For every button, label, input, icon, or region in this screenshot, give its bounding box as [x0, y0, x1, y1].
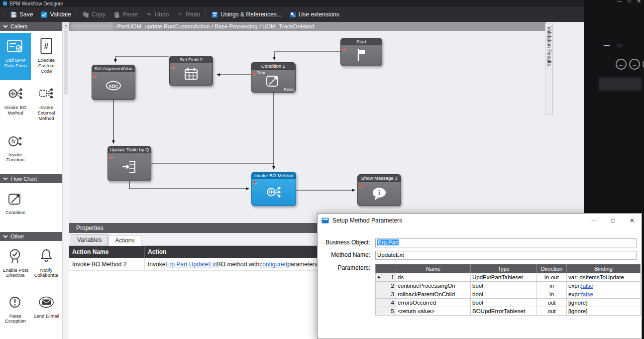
sidebar-section-header-callers[interactable]: Callers	[0, 22, 62, 31]
sidebar-section-header-other[interactable]: Other	[0, 232, 62, 241]
sidebar-section-header-flow-chart[interactable]: Flow Chart	[0, 174, 62, 183]
field-business-object[interactable]: Erp.Part	[375, 238, 637, 247]
node-set-field-2[interactable]: Set Field 2+	[169, 56, 213, 86]
redacted-text	[71, 23, 114, 29]
add-connection-icon[interactable]: +	[253, 180, 257, 186]
sidebar-item-invoke-external-method[interactable]: Invoke External Method	[31, 80, 62, 127]
window-titlebar[interactable]: BPM Workflow Designer	[0, 0, 584, 7]
background-maximize-icon[interactable]: □	[618, 42, 621, 49]
toolbar-button-use-extensions[interactable]: Use extensions	[286, 9, 343, 20]
add-connection-icon[interactable]: +	[109, 154, 113, 160]
grid-row[interactable]: ▶1dsUpdExtPartTablesetin-outvar: dsItems…	[376, 273, 641, 282]
row-selector-cell	[376, 307, 383, 316]
binding-link[interactable]: false	[581, 283, 593, 289]
grid-row[interactable]: 2continueProcessingOnboolinexpr:false	[376, 282, 641, 290]
background-minimize-icon[interactable]: —	[617, 0, 622, 3]
scroll-up-arrow-icon[interactable]: ▲	[63, 22, 69, 29]
node-update-table-by-q[interactable]: Update Table by Q+	[107, 146, 151, 181]
toolbar-button-redo[interactable]: Redo	[173, 9, 204, 20]
invoke-bo-method-icon	[265, 183, 283, 201]
info-bubble-icon: i	[371, 185, 388, 202]
flow-area: Start+Condition 1+TrueFalseSet Field 2+S…	[69, 31, 584, 223]
background-close-icon[interactable]: ✕	[637, 0, 641, 3]
grid-row[interactable]: 3rollbackParentOnChildboolinexpr:false	[376, 290, 641, 299]
node-condition-1[interactable]: Condition 1+TrueFalse	[251, 62, 296, 93]
add-connection-icon[interactable]: +	[252, 70, 256, 76]
node-show-message-3[interactable]: Show Message 3+i	[357, 174, 401, 206]
add-connection-icon[interactable]: +	[342, 46, 346, 52]
toolbar-button-save[interactable]: Save	[6, 9, 37, 20]
add-connection-icon[interactable]: +	[359, 182, 363, 188]
chevron-down-icon	[3, 176, 8, 182]
toolbar-grip-icon[interactable]: ⁞	[3, 11, 4, 17]
sidebar-item-enable-post-directive[interactable]: Enable Post Directive	[0, 243, 31, 289]
sidebar-item-notify-collaborate[interactable]: Notify Collaborate	[31, 243, 62, 289]
add-connection-icon[interactable]: +	[93, 73, 97, 79]
background-minimize-icon[interactable]: —	[604, 42, 610, 49]
validation-results-tab[interactable]: Validation Results	[545, 23, 553, 114]
binding-link[interactable]: false	[581, 291, 593, 297]
dialog-title: Setup Method Parameters	[332, 217, 585, 224]
background-window-nav: ←→	[616, 59, 644, 70]
sidebar-item-execute-custom-code[interactable]: #Execute Custom Code	[31, 33, 62, 80]
tab-actions[interactable]: Actions	[108, 235, 141, 246]
abc-icon: ABC	[105, 77, 122, 94]
node-invoke-bo-method[interactable]: Invoke BO Method+	[251, 172, 296, 206]
workflow-canvas: /PartUOM_update.RunCustomAction / Base P…	[69, 22, 584, 223]
save-icon	[10, 11, 17, 18]
add-connection-icon[interactable]: +	[171, 64, 175, 70]
sidebar-item-send-e-mail[interactable]: Send E-mail	[31, 289, 62, 335]
sidebar-item-invoke-bo-method[interactable]: Invoke BO Method	[0, 80, 31, 127]
grid-row[interactable]: 5<return value>BOUpdErrorTablesetout[ign…	[376, 307, 641, 316]
sidebar-item-label: Send E-mail	[33, 314, 59, 319]
grid-row[interactable]: 4errorsOccurredboolout[ignore]	[376, 299, 641, 307]
param-direction-cell: out	[537, 307, 567, 316]
bpm-data-form-icon	[6, 37, 25, 56]
background-maximize-icon[interactable]: □	[628, 0, 631, 3]
toolbar-button-validate[interactable]: Validate	[37, 9, 75, 20]
dialog-body: Business Object:Erp.PartMethod Name:Upda…	[318, 227, 642, 316]
dialog-titlebar[interactable]: Setup Method Parameters — □ ✕	[318, 214, 642, 227]
sidebar-item-condition[interactable]: Condition	[0, 185, 31, 231]
param-name-cell: continueProcessingOn	[396, 282, 471, 290]
svg-text:ABC: ABC	[108, 84, 118, 89]
sidebar-item-label: Execute Custom Code	[32, 58, 61, 74]
scrollbar-thumb[interactable]	[64, 30, 68, 95]
forward-arrow-circle-icon[interactable]: →	[629, 59, 640, 70]
sidebar-item-raise-exception[interactable]: Raise Exception	[0, 289, 31, 335]
back-arrow-circle-icon[interactable]: ←	[616, 59, 627, 70]
toolbar-button-paste[interactable]: Paste	[109, 9, 142, 20]
row-number-cell: 4	[383, 299, 396, 307]
maximize-button[interactable]: □	[604, 214, 623, 227]
toolbar-button-label: Paste	[122, 11, 138, 18]
tab-variables[interactable]: Variables	[71, 234, 108, 245]
param-type-cell: bool	[471, 290, 537, 299]
background-window-top-controls: —□✕	[617, 0, 641, 3]
close-button[interactable]: ✕	[623, 214, 642, 227]
toolbar-button-copy[interactable]: Copy	[79, 9, 109, 20]
paste-icon	[113, 11, 120, 18]
toolbar-button-undo[interactable]: Undo	[142, 9, 173, 20]
invoke-external-method-icon	[37, 84, 56, 103]
node-title: Invoke BO Method	[252, 172, 296, 179]
action-name-cell: Invoke BO Method 2	[69, 258, 145, 270]
node-title: Set Field 2	[170, 56, 213, 63]
action-link[interactable]: Erp.Part.UpdateExt	[165, 261, 216, 268]
field-method-name[interactable]: UpdateExt	[375, 251, 637, 260]
node-title: Condition 1	[251, 63, 295, 70]
extensions-icon	[290, 11, 296, 18]
sidebar-scrollbar[interactable]: ▲	[62, 22, 69, 339]
node-set-argument-vari[interactable]: Set Argument/Vari+ABC	[92, 65, 135, 100]
breadcrumb: /PartUOM_update.RunCustomAction / Base P…	[69, 22, 546, 31]
row-selector-cell	[376, 282, 383, 290]
toolbar-button-usings-references[interactable]: Usings & References...	[208, 9, 286, 20]
param-direction-cell: in	[537, 290, 567, 299]
sidebar-item-call-bpm-data-form[interactable]: Call BPM Data Form	[0, 33, 31, 80]
toolbar-button-label: Usings & References...	[220, 11, 282, 18]
toolbar-separator	[77, 10, 77, 19]
action-link[interactable]: configured	[259, 261, 287, 268]
grid-column-direction: Direction	[537, 264, 567, 273]
node-start[interactable]: Start+	[340, 38, 382, 66]
minimize-button[interactable]: —	[585, 214, 604, 227]
sidebar-item-invoke-function[interactable]: fxInvoke Function	[0, 127, 31, 173]
